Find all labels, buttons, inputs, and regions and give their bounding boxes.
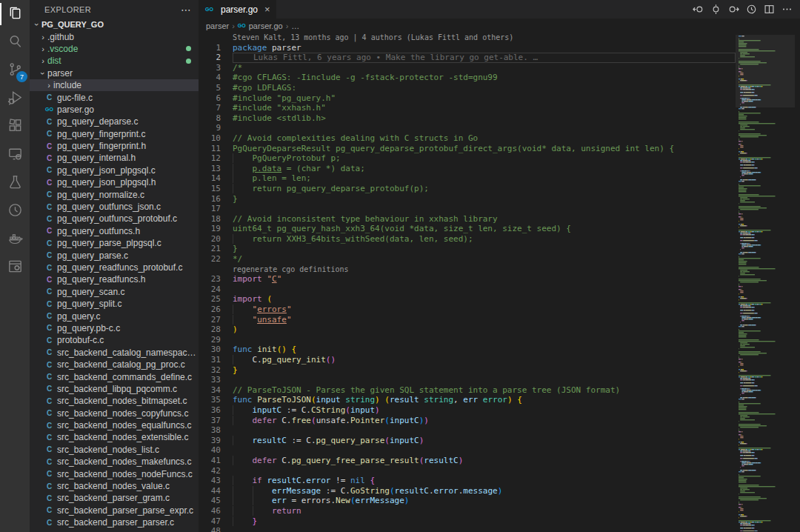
tree-item[interactable]: Cpg_query_readfuncs.h [30, 273, 199, 285]
code-line[interactable]: 19uint64_t pg_query_hash_xxh3_64(void *d… [199, 224, 736, 234]
code-line[interactable]: 22*/ [199, 254, 736, 265]
code-line[interactable]: 10// Avoid complexities dealing with C s… [199, 133, 736, 144]
breadcrumb-symbol[interactable]: … [291, 21, 299, 30]
activity-gitlens[interactable] [0, 197, 30, 225]
tree-item[interactable]: Csrc_backend_nodes_bitmapset.c [30, 395, 199, 407]
tree-item[interactable]: Csrc_backend_commands_define.c [30, 370, 199, 382]
tree-item[interactable]: Csrc_backend_nodes_makefuncs.c [30, 456, 199, 468]
code-line[interactable]: 5#cgo LDFLAGS: [199, 83, 736, 93]
code-line[interactable]: 33 [199, 375, 736, 385]
activity-run-and-debug[interactable] [0, 84, 30, 113]
code-line[interactable]: 20 return XXH3_64bits_withSeed(data, len… [199, 234, 736, 245]
code-line[interactable]: 40 [199, 445, 736, 456]
tree-item[interactable]: Csrc_backend_parser_parser.c [30, 516, 199, 528]
tree-item[interactable]: Cpg_query_split.c [30, 298, 199, 310]
code-line[interactable]: 39 resultC := C.pg_query_parse(inputC) [199, 436, 736, 446]
tree-item[interactable]: ›.github [30, 30, 199, 42]
tree-item[interactable]: Csrc_backend_parser_gram.c [30, 492, 199, 504]
close-tab-icon[interactable]: × [264, 4, 270, 15]
code-line[interactable]: 31 C.pg_query_init() [199, 355, 736, 365]
tree-item[interactable]: GOparser.go [30, 104, 199, 116]
code-line[interactable]: 45 err = errors.New(errMessage) [199, 496, 736, 506]
code-line[interactable]: 6#include "pg_query.h" [199, 93, 736, 104]
code-line[interactable]: 37 defer C.free(unsafe.Pointer(inputC)) [199, 416, 736, 426]
tree-item[interactable]: Cpg_query_fingerprint.h [30, 140, 199, 152]
code-line[interactable]: 18// Avoid inconsistent type behaviour i… [199, 214, 736, 225]
tree-item[interactable]: Cpg_query_scan.c [30, 286, 199, 298]
code-line[interactable]: 3/* [199, 63, 736, 73]
tree-item[interactable]: Cpg_query_outfuncs_protobuf.c [30, 213, 199, 225]
code-line[interactable]: 48 [199, 526, 736, 532]
code-line[interactable]: 25import ( [199, 294, 736, 305]
tree-item[interactable]: Cpg_query_internal.h [30, 152, 199, 164]
breadcrumb-file[interactable]: parser.go [249, 21, 283, 30]
code-line[interactable]: 47 } [199, 516, 736, 527]
tree-item[interactable]: Csrc_backend_nodes_equalfuncs.c [30, 419, 199, 431]
activity-docker[interactable] [0, 225, 30, 253]
code-line[interactable]: 41 defer C.pg_query_free_parse_result(re… [199, 456, 736, 466]
activity-project-manager[interactable] [0, 253, 30, 282]
tree-item[interactable]: ›PG_QUERY_GO [30, 19, 199, 30]
more-actions-icon[interactable] [779, 2, 794, 17]
code-line[interactable]: 17 [199, 204, 736, 214]
activity-search[interactable] [0, 28, 30, 56]
split-editor-icon[interactable] [761, 2, 776, 17]
tree-item[interactable]: Cpg_query_readfuncs_protobuf.c [30, 262, 199, 273]
activity-source-control[interactable]: 7 [0, 56, 30, 84]
code-line[interactable]: 16} [199, 194, 736, 205]
code-line[interactable]: 15 return pg_query_deparse_protobuf(p); [199, 184, 736, 194]
tree-item[interactable]: Csrc_backend_libpq_pqcomm.c [30, 383, 199, 395]
code-editor[interactable]: Steven Kalt, 13 months ago | 4 authors (… [199, 33, 736, 532]
code-lens[interactable]: regenerate cgo definitions [199, 265, 736, 275]
code-line[interactable]: 36 inputC := C.CString(input) [199, 405, 736, 416]
code-line[interactable]: 46 return [199, 506, 736, 516]
code-line[interactable]: 27 "unsafe" [199, 315, 736, 325]
previous-change-icon[interactable] [690, 2, 705, 17]
minimap[interactable] [736, 33, 800, 532]
code-line[interactable]: 2Lukas Fittl, 6 years ago • Make the lib… [199, 53, 736, 63]
tree-item[interactable]: Cpg_query_json_plpgsql.c [30, 164, 199, 176]
tree-item[interactable]: ›dist [30, 55, 199, 67]
code-line[interactable]: 42 [199, 466, 736, 476]
tree-item[interactable]: Cpg_query_parse.c [30, 249, 199, 261]
code-line[interactable]: 38 [199, 425, 736, 436]
tree-item[interactable]: Csrc_backend_catalog_namespace.c [30, 347, 199, 359]
activity-explorer[interactable] [0, 0, 30, 28]
code-line[interactable]: 7#include "xxhash.h" [199, 103, 736, 113]
activity-remote-explorer[interactable] [0, 141, 30, 169]
tree-item[interactable]: Csrc_backend_nodes_nodeFuncs.c [30, 468, 199, 479]
code-line[interactable]: 12 PgQueryProtobuf p; [199, 153, 736, 164]
tree-item[interactable]: Csrc_backend_nodes_copyfuncs.c [30, 408, 199, 419]
code-line[interactable]: 28) [199, 325, 736, 335]
tree-item[interactable]: Cguc-file.c [30, 91, 199, 103]
tree-item[interactable]: Cpg_query_outfuncs_json.c [30, 201, 199, 213]
tree-item[interactable]: Cpg_query_outfuncs.h [30, 225, 199, 237]
next-change-icon[interactable] [726, 2, 741, 17]
code-line[interactable]: 13 p.data = (char *) data; [199, 164, 736, 174]
code-line[interactable]: 43 if resultC.error != nil { [199, 476, 736, 486]
tree-item[interactable]: Cpg_query_deparse.c [30, 116, 199, 127]
tree-item[interactable]: Cpg_query.pb-c.c [30, 322, 199, 334]
breadcrumb-folder[interactable]: parser [206, 21, 229, 30]
tree-item[interactable]: Csrc_backend_nodes_list.c [30, 444, 199, 456]
tree-item[interactable]: Csrc_backend_nodes_value.c [30, 480, 199, 492]
tree-item[interactable]: Csrc_backend_nodes_extensible.c [30, 431, 199, 443]
code-line[interactable]: 4#cgo CFLAGS: -Iinclude -g -fstack-prote… [199, 73, 736, 83]
code-line[interactable]: 29 [199, 335, 736, 345]
activity-extensions[interactable] [0, 113, 30, 141]
code-line[interactable]: 26 "errors" [199, 305, 736, 315]
tree-item[interactable]: Cpg_query_normalize.c [30, 188, 199, 200]
code-lens[interactable]: Steven Kalt, 13 months ago | 4 authors (… [199, 33, 736, 43]
tree-item[interactable]: Cprotobuf-c.c [30, 334, 199, 346]
code-line[interactable]: 23import "C" [199, 274, 736, 285]
tab-parser-go[interactable]: GO parser.go × [199, 0, 276, 19]
activity-testing[interactable] [0, 169, 30, 197]
tree-item[interactable]: ›.vscode [30, 43, 199, 55]
tree-item[interactable]: Cpg_query_json_plpgsql.h [30, 176, 199, 188]
tree-item[interactable]: Cpg_query_parse_plpgsql.c [30, 237, 199, 249]
code-line[interactable]: 9 [199, 123, 736, 133]
open-changes-icon[interactable] [708, 2, 723, 17]
tree-item[interactable]: ›parser [30, 67, 199, 79]
tree-item[interactable]: Csrc_backend_parser_parse_expr.c [30, 505, 199, 516]
tree-item[interactable]: Cpg_query.c [30, 310, 199, 322]
